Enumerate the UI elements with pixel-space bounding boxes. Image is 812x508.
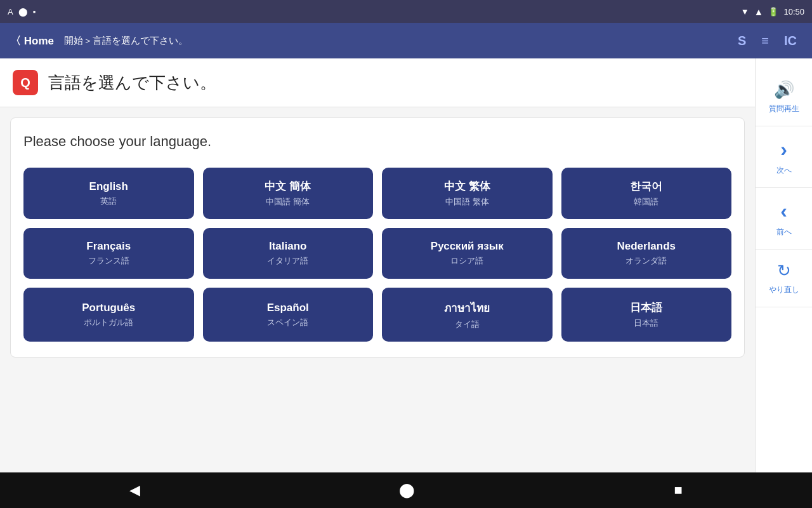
lang-secondary-5: イタリア語 xyxy=(267,255,308,267)
card-instruction: Please choose your language. xyxy=(23,133,731,150)
prev-button[interactable]: ‹ 前へ xyxy=(756,188,812,250)
right-sidebar: 🔊 質問再生 › 次へ ‹ 前へ ↻ やり直し xyxy=(755,58,812,472)
question-title: 言語を選んで下さい。 xyxy=(48,72,216,94)
back-button[interactable]: ◀ xyxy=(109,477,160,504)
retry-button[interactable]: ↻ やり直し xyxy=(756,250,812,307)
lang-primary-9: Español xyxy=(267,302,309,314)
retry-icon: ↻ xyxy=(777,261,791,281)
nav-menu-button[interactable]: ≡ xyxy=(761,34,769,48)
content-area: Q 言語を選んで下さい。 Please choose your language… xyxy=(0,58,755,472)
lang-secondary-8: ポルトガル語 xyxy=(84,317,133,328)
retry-label: やり直し xyxy=(769,284,799,295)
playback-button[interactable]: 🔊 質問再生 xyxy=(756,69,812,126)
battery-icon: 🔋 xyxy=(768,7,778,17)
lang-primary-0: English xyxy=(89,180,128,193)
nav-bar: 〈 Home 開始＞言語を選んで下さい。 S ≡ IC xyxy=(0,23,812,58)
lang-primary-7: Nederlands xyxy=(617,240,676,253)
lang-button-中文-簡体[interactable]: 中文 簡体中国語 簡体 xyxy=(203,168,374,219)
lang-button-português[interactable]: Portuguêsポルトガル語 xyxy=(23,288,194,342)
playback-icon: 🔊 xyxy=(774,80,794,100)
home-circle-button[interactable]: ⬤ xyxy=(379,477,435,504)
status-icon-a: A xyxy=(8,7,13,17)
next-button[interactable]: › 次へ xyxy=(756,126,812,188)
lang-primary-4: Français xyxy=(86,240,131,253)
status-icon-square: ▪ xyxy=(33,7,36,17)
lang-secondary-2: 中国語 繁体 xyxy=(445,196,489,208)
lang-primary-2: 中文 繁体 xyxy=(444,179,490,194)
lang-button-日本語[interactable]: 日本語日本語 xyxy=(561,288,732,342)
lang-button-ภาษาไทย[interactable]: ภาษาไทยタイ語 xyxy=(382,288,553,342)
q-icon: Q xyxy=(13,70,38,95)
status-bar: A ⬤ ▪ ▼ ▲ 🔋 10:50 xyxy=(0,0,812,23)
prev-label: 前へ xyxy=(776,227,792,237)
lang-secondary-9: スペイン語 xyxy=(267,317,308,328)
lang-secondary-6: ロシア語 xyxy=(450,255,483,267)
lang-button-français[interactable]: Françaisフランス語 xyxy=(23,228,194,279)
lang-button-中文-繁体[interactable]: 中文 繁体中国語 繁体 xyxy=(382,168,553,219)
lang-primary-5: Italiano xyxy=(269,240,307,253)
lang-button-english[interactable]: English英語 xyxy=(23,168,194,219)
lang-button-русский-язык[interactable]: Русский языкロシア語 xyxy=(382,228,553,279)
lang-secondary-7: オランダ語 xyxy=(625,255,667,267)
breadcrumb: 開始＞言語を選んで下さい。 xyxy=(64,35,738,47)
lang-secondary-1: 中国語 簡体 xyxy=(266,196,310,208)
home-button[interactable]: 〈 Home xyxy=(10,34,54,48)
lang-primary-11: 日本語 xyxy=(630,300,662,315)
lang-button-italiano[interactable]: Italianoイタリア語 xyxy=(203,228,374,279)
lang-primary-1: 中文 簡体 xyxy=(265,179,311,194)
signal-icon: ▲ xyxy=(754,6,764,17)
nav-s-button[interactable]: S xyxy=(738,34,746,48)
nav-ic-button[interactable]: IC xyxy=(784,34,797,48)
lang-primary-10: ภาษาไทย xyxy=(444,299,490,316)
lang-secondary-10: タイ語 xyxy=(455,319,480,330)
lang-primary-6: Русский язык xyxy=(431,240,504,253)
card-area: Please choose your language. English英語中文… xyxy=(10,117,745,358)
lang-secondary-3: 韓国語 xyxy=(634,196,658,208)
prev-icon: ‹ xyxy=(780,199,787,223)
lang-button-nederlands[interactable]: Nederlandsオランダ語 xyxy=(561,228,732,279)
clock: 10:50 xyxy=(783,7,804,17)
lang-button-español[interactable]: Españolスペイン語 xyxy=(203,288,374,342)
lang-secondary-0: 英語 xyxy=(100,196,117,207)
lang-primary-8: Português xyxy=(82,302,135,314)
playback-label: 質問再生 xyxy=(769,104,799,114)
lang-button-한국어[interactable]: 한국어韓国語 xyxy=(561,168,732,219)
recent-button[interactable]: ■ xyxy=(654,477,703,504)
bottom-nav: ◀ ⬤ ■ xyxy=(0,472,812,508)
question-header: Q 言語を選んで下さい。 xyxy=(0,58,755,107)
lang-primary-3: 한국어 xyxy=(630,179,662,194)
language-grid: English英語中文 簡体中国語 簡体中文 繁体中国語 繁体한국어韓国語Fra… xyxy=(23,163,731,352)
lang-secondary-4: フランス語 xyxy=(88,255,129,267)
next-icon: › xyxy=(780,138,787,161)
status-icon-dot: ⬤ xyxy=(18,7,28,17)
next-label: 次へ xyxy=(776,165,792,176)
wifi-icon: ▼ xyxy=(741,7,749,17)
lang-secondary-11: 日本語 xyxy=(634,318,658,329)
